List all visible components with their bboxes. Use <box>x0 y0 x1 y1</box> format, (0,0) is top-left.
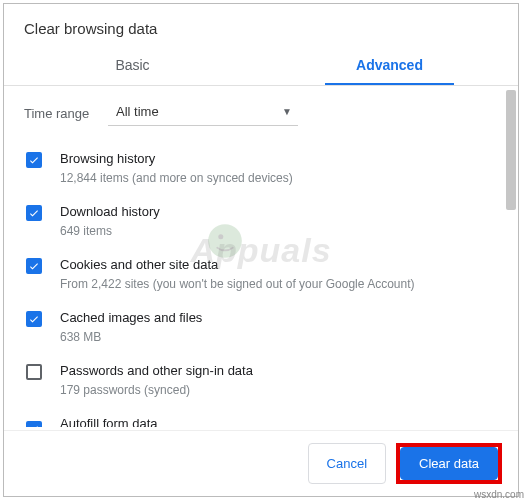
data-type-row: Passwords and other sign-in data 179 pas… <box>24 354 498 407</box>
tab-basic[interactable]: Basic <box>4 47 261 85</box>
clear-data-button[interactable]: Clear data <box>400 447 498 480</box>
check-icon <box>28 207 40 219</box>
check-icon <box>28 423 40 427</box>
highlight-box: Clear data <box>396 443 502 484</box>
checkbox-passwords[interactable] <box>26 364 42 380</box>
data-type-row: Download history 649 items <box>24 195 498 248</box>
item-text: Autofill form data <box>42 415 158 427</box>
credit-text: wsxdn.com <box>474 489 524 500</box>
checkbox-download-history[interactable] <box>26 205 42 221</box>
item-text: Cookies and other site data From 2,422 s… <box>42 256 415 293</box>
data-type-row: Browsing history 12,844 items (and more … <box>24 142 498 195</box>
item-title: Cached images and files <box>60 309 202 327</box>
item-title: Autofill form data <box>60 415 158 427</box>
checkbox-cached[interactable] <box>26 311 42 327</box>
time-range-select[interactable]: All time ▼ <box>108 100 298 126</box>
cancel-button[interactable]: Cancel <box>308 443 386 484</box>
item-title: Browsing history <box>60 150 293 168</box>
item-sub: 649 items <box>60 223 160 240</box>
item-text: Download history 649 items <box>42 203 160 240</box>
check-icon <box>28 154 40 166</box>
time-range-row: Time range All time ▼ <box>24 86 498 142</box>
item-title: Download history <box>60 203 160 221</box>
tabs: Basic Advanced <box>4 47 518 86</box>
time-range-value: All time <box>116 104 159 119</box>
item-sub: 179 passwords (synced) <box>60 382 253 399</box>
item-sub: 12,844 items (and more on synced devices… <box>60 170 293 187</box>
item-text: Passwords and other sign-in data 179 pas… <box>42 362 253 399</box>
item-title: Passwords and other sign-in data <box>60 362 253 380</box>
dialog-footer: Cancel Clear data <box>4 430 518 496</box>
item-sub: From 2,422 sites (you won't be signed ou… <box>60 276 415 293</box>
checkbox-browsing-history[interactable] <box>26 152 42 168</box>
item-text: Cached images and files 638 MB <box>42 309 202 346</box>
checkbox-cookies[interactable] <box>26 258 42 274</box>
data-type-row: Autofill form data <box>24 407 498 427</box>
scroll-area: Time range All time ▼ Browsing history 1… <box>4 86 518 430</box>
item-sub: 638 MB <box>60 329 202 346</box>
check-icon <box>28 313 40 325</box>
item-title: Cookies and other site data <box>60 256 415 274</box>
check-icon <box>28 260 40 272</box>
scrollbar-thumb[interactable] <box>506 90 516 210</box>
time-range-label: Time range <box>24 106 108 121</box>
data-type-row: Cached images and files 638 MB <box>24 301 498 354</box>
item-text: Browsing history 12,844 items (and more … <box>42 150 293 187</box>
data-type-row: Cookies and other site data From 2,422 s… <box>24 248 498 301</box>
checkbox-autofill[interactable] <box>26 421 42 427</box>
chevron-down-icon: ▼ <box>282 106 292 117</box>
tab-advanced[interactable]: Advanced <box>261 47 518 85</box>
dialog-title: Clear browsing data <box>4 4 518 47</box>
clear-browsing-data-dialog: Clear browsing data Basic Advanced Time … <box>3 3 519 497</box>
